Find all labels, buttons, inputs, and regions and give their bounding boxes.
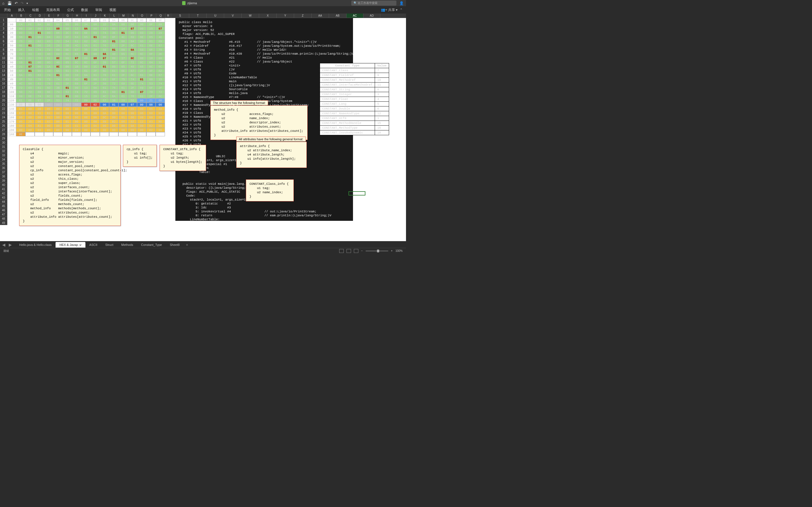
hex-cell[interactable]: 01 — [91, 35, 100, 39]
hex-cell[interactable]: 61 — [146, 39, 156, 43]
hex-cell[interactable]: 69 — [137, 86, 146, 90]
hex-cell[interactable]: 00 — [44, 31, 53, 35]
hex-cell[interactable]: 00 — [44, 124, 53, 128]
hex-cell[interactable]: 61 — [100, 90, 109, 94]
hex-cell[interactable]: 00 — [53, 107, 63, 111]
hex-cell[interactable]: 6E — [118, 69, 128, 73]
hex-cell[interactable]: 72 — [53, 39, 63, 43]
row-header-42[interactable]: 42 — [0, 191, 7, 195]
hex-cell[interactable]: 69 — [72, 81, 81, 86]
hex-cell[interactable]: 01 — [118, 31, 128, 35]
hex-cell[interactable]: 4C — [16, 81, 26, 86]
hex-cell[interactable]: 48 — [109, 52, 118, 56]
hex-cell[interactable]: 65 — [137, 64, 146, 69]
hex-cell[interactable]: 28 — [53, 43, 63, 48]
hex-cell[interactable]: 61 — [91, 73, 100, 77]
hex-cell[interactable]: 00 — [26, 111, 35, 115]
hex-cell[interactable]: 00 — [53, 103, 63, 107]
hex-cell[interactable]: 01 — [81, 111, 91, 115]
add-sheet-button[interactable]: + — [186, 242, 188, 247]
hex-cell[interactable]: 65 — [63, 77, 72, 81]
hex-cell[interactable]: 00 — [81, 103, 91, 107]
hex-cell[interactable]: 69 — [53, 48, 63, 52]
hex-cell[interactable]: 53 — [63, 90, 72, 94]
col-header-E[interactable]: E — [45, 13, 54, 18]
hex-cell[interactable]: 63 — [26, 52, 35, 56]
hex-cell[interactable]: 00 — [128, 107, 137, 111]
row-header-5[interactable]: 5 — [0, 35, 7, 39]
row-header-43[interactable]: 43 — [0, 195, 7, 200]
hex-cell[interactable]: 65 — [91, 90, 100, 94]
hex-cell[interactable]: 43 — [53, 35, 63, 39]
col-header-J[interactable]: J — [91, 13, 100, 18]
hex-cell[interactable]: 0F — [146, 22, 156, 26]
hex-cell[interactable]: 63 — [35, 73, 44, 77]
hex-cell[interactable]: 01 — [100, 64, 109, 69]
hex-cell[interactable] — [91, 132, 100, 136]
hex-cell[interactable]: 01 — [16, 107, 26, 111]
hex-cell[interactable]: 61 — [16, 98, 26, 103]
row-header-18[interactable]: 18 — [0, 90, 7, 94]
hex-cell[interactable]: 00 — [81, 119, 91, 124]
sheet-tab-2[interactable]: ASCII — [86, 242, 101, 247]
hex-cell[interactable]: 2F — [16, 48, 26, 52]
hex-cell[interactable]: 07 — [137, 90, 146, 94]
sheet-tab-1[interactable]: HEX & Javap -v — [56, 242, 86, 247]
hex-cell[interactable]: 00 — [118, 48, 128, 52]
hex-cell[interactable]: 2F — [137, 69, 146, 73]
hex-cell[interactable]: 00 — [81, 56, 91, 60]
row-header-9[interactable]: 9 — [0, 52, 7, 56]
hex-cell[interactable]: 20 — [100, 60, 109, 64]
row-header-20[interactable]: 20 — [0, 98, 7, 103]
col-header-C[interactable]: C — [26, 13, 35, 18]
row-header-6[interactable]: 6 — [0, 39, 7, 43]
hex-cell[interactable]: 07 — [128, 26, 137, 31]
sheet-nav-first[interactable]: ◀ — [2, 242, 5, 247]
hex-cell[interactable]: 76 — [35, 56, 44, 60]
hex-cell[interactable]: 6A — [81, 43, 91, 48]
undo-icon[interactable]: ↶ — [15, 1, 18, 5]
hex-cell[interactable]: 2F — [16, 77, 26, 81]
col-header-B[interactable]: B — [17, 13, 26, 18]
hex-cell[interactable]: 53 — [53, 98, 63, 103]
hex-cell[interactable]: 00 — [118, 124, 128, 128]
hex-cell[interactable]: 6E — [137, 35, 146, 39]
hex-cell[interactable]: 64 — [72, 35, 81, 39]
hex-cell[interactable]: 61 — [137, 94, 146, 98]
hex-cell[interactable]: 2F — [118, 43, 128, 48]
hex-cell[interactable]: 61 — [109, 69, 118, 73]
hex-cell[interactable]: 00 — [91, 26, 100, 31]
hex-cell[interactable]: 48 — [128, 64, 137, 69]
hex-cell[interactable]: 01 — [109, 48, 118, 52]
col-header-Y[interactable]: Y — [276, 13, 294, 18]
hex-cell[interactable]: 6E — [146, 73, 156, 77]
hex-cell[interactable]: 69 — [81, 98, 91, 103]
row-header-31[interactable]: 31 — [0, 145, 7, 149]
hex-cell[interactable]: 00 — [146, 115, 156, 119]
hex-cell[interactable]: 06 — [137, 111, 146, 115]
hex-cell[interactable]: 06 — [128, 22, 137, 26]
hex-cell[interactable]: 12 — [137, 119, 146, 124]
hex-cell[interactable]: 72 — [109, 81, 118, 86]
hex-cell[interactable]: 65 — [118, 52, 128, 56]
col-header-Z[interactable]: Z — [294, 13, 312, 18]
hex-cell[interactable]: 4C — [100, 94, 109, 98]
row-header-46[interactable]: 46 — [0, 208, 7, 212]
col-header-F[interactable]: F — [54, 13, 63, 18]
hex-cell[interactable]: 48 — [53, 60, 63, 64]
hex-cell[interactable]: 00 — [26, 115, 35, 119]
hex-cell[interactable]: 6F — [81, 81, 91, 86]
hex-cell[interactable]: 00 — [63, 103, 72, 107]
hex-cell[interactable]: 08 — [91, 56, 100, 60]
hex-cell[interactable]: 01 — [72, 124, 81, 128]
hex-cell[interactable]: 00 — [156, 56, 165, 60]
col-header-O[interactable]: O — [138, 13, 147, 18]
hex-cell[interactable]: 14 — [118, 26, 128, 31]
hex-cell[interactable]: 3C — [63, 31, 72, 35]
hex-cell[interactable] — [81, 132, 91, 136]
row-header-1[interactable]: 1 — [0, 18, 7, 22]
row-header-28[interactable]: 28 — [0, 132, 7, 136]
hex-cell[interactable]: B7 — [16, 111, 26, 115]
row-header-48[interactable]: 48 — [0, 217, 7, 221]
hex-cell[interactable]: 00 — [137, 107, 146, 111]
